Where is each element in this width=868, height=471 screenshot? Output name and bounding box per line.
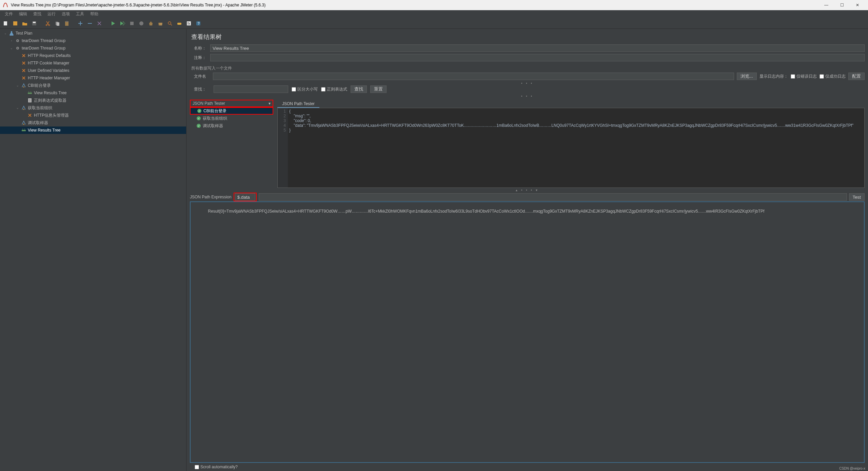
tree-node-label: tearDown Thread Group — [22, 38, 65, 43]
toolbar-open-icon[interactable] — [21, 20, 28, 27]
tree-expander-icon[interactable]: ⌄ — [3, 32, 7, 35]
svg-rect-7 — [57, 22, 59, 26]
response-body-text: { "msg": "", "code": 0, "data": "Tmv9jaW… — [288, 108, 864, 188]
toolbar-search-icon[interactable] — [166, 20, 174, 27]
tree-node[interactable]: 正则表达式提取器 — [0, 97, 186, 104]
filename-input[interactable] — [213, 73, 734, 80]
window-minimize-button[interactable]: — — [818, 0, 834, 10]
toolbar-start-icon[interactable] — [109, 20, 117, 27]
toolbar-expand-icon[interactable] — [77, 20, 84, 27]
tree-node[interactable]: HTTP Request Defaults — [0, 52, 186, 59]
tree-node[interactable]: ⌄CBI前台登录 — [0, 82, 186, 89]
toolbar-clear-icon[interactable] — [147, 20, 155, 27]
toolbar-toggle-icon[interactable] — [96, 20, 103, 27]
divider-icon: • • • — [190, 94, 865, 98]
success-icon: ✓ — [197, 116, 201, 120]
sample-label: 调试取样器 — [203, 123, 223, 129]
tree-node[interactable]: HTTP Cookie Manager — [0, 59, 186, 67]
tree-node-icon — [27, 98, 33, 103]
toolbar-shutdown-icon[interactable] — [138, 20, 145, 27]
json-path-expr-extra-input[interactable] — [259, 193, 847, 201]
panel-title: 查看结果树 — [190, 31, 865, 44]
tree-node-label: Test Plan — [16, 31, 32, 36]
json-path-expr-input[interactable] — [235, 193, 255, 201]
tree-node[interactable]: HTTP Header Manager — [0, 74, 186, 82]
toolbar-searchreset-icon[interactable] — [176, 20, 183, 27]
tab-json-path-tester[interactable]: JSON Path Tester — [277, 100, 319, 108]
toolbar-save-icon[interactable] — [31, 20, 38, 27]
find-input[interactable] — [214, 85, 288, 93]
watermark-text: CSDN @veipro-x — [839, 467, 865, 470]
name-input[interactable] — [210, 44, 865, 52]
response-code-area[interactable]: 12345 { "msg": "", "code": 0, "data": "T… — [277, 108, 865, 188]
toolbar-paste-icon[interactable] — [63, 20, 71, 27]
tree-node[interactable]: ⌄Test Plan — [0, 30, 186, 37]
tree-node-label: View Results Tree — [34, 91, 67, 95]
chevron-down-icon: ▾ — [269, 101, 271, 106]
toolbar-stop-icon[interactable] — [128, 20, 136, 27]
menu-edit[interactable]: 编辑 — [16, 11, 30, 18]
success-only-checkbox[interactable]: 仅成功日志 — [820, 74, 846, 79]
tree-node[interactable]: View Results Tree — [0, 89, 186, 97]
tree-node[interactable]: ›tearDown Thread Group — [0, 37, 186, 44]
tree-expander-icon[interactable]: ⌄ — [9, 46, 14, 50]
svg-point-11 — [139, 21, 143, 25]
regex-checkbox[interactable]: 正则表达式 — [321, 86, 347, 92]
toolbar-new-icon[interactable] — [2, 20, 9, 27]
errors-only-checkbox[interactable]: 仅错误日志 — [791, 74, 817, 79]
tree-node-icon — [21, 60, 26, 66]
find-button[interactable]: 查找 — [351, 85, 367, 93]
svg-rect-13 — [177, 23, 181, 25]
toolbar-function-icon[interactable]: fx — [185, 20, 193, 27]
comment-label: 注释： — [190, 55, 210, 61]
tree-node-icon — [21, 120, 26, 125]
scroll-auto-checkbox[interactable]: Scroll automatically? — [195, 465, 238, 469]
window-title: View Results Tree.jmx (D:\Program Files\… — [11, 3, 818, 7]
svg-rect-3 — [33, 22, 36, 23]
toolbar-cut-icon[interactable] — [44, 20, 52, 27]
code-gutter: 12345 — [278, 108, 288, 188]
json-path-result-box[interactable]: Result[0]=Tmv9jaWNASb3FPFQJSeiw/siALxas4… — [190, 201, 865, 463]
toolbar-help-icon[interactable]: ? — [195, 20, 202, 27]
toolbar-collapse-icon[interactable] — [86, 20, 94, 27]
case-sensitive-checkbox[interactable]: 区分大小写 — [292, 86, 318, 92]
tree-node[interactable]: HTTP信息头管理器 — [0, 112, 186, 119]
tree-expander-icon[interactable]: ⌄ — [16, 84, 20, 87]
tree-expander-icon[interactable]: ⌄ — [16, 106, 20, 110]
test-plan-tree[interactable]: ⌄Test Plan›tearDown Thread Group⌄tearDow… — [0, 29, 186, 471]
window-maximize-button[interactable]: ☐ — [834, 0, 850, 10]
menu-file[interactable]: 文件 — [2, 11, 16, 18]
tree-node-label: 正则表达式提取器 — [34, 98, 66, 103]
toolbar-clearall-icon[interactable] — [157, 20, 164, 27]
sample-result-row[interactable]: ✓CBI前台登录 — [190, 107, 273, 115]
toolbar-start-notimers-icon[interactable] — [119, 20, 126, 27]
menu-run[interactable]: 运行 — [45, 11, 58, 18]
reset-button[interactable]: 重置 — [370, 85, 387, 93]
tree-node-label: 获取当前组织 — [28, 105, 52, 111]
tree-node[interactable]: View Results Tree — [0, 126, 186, 134]
renderer-dropdown[interactable]: JSON Path Tester ▾ — [190, 100, 273, 107]
tree-node[interactable]: ⌄tearDown Thread Group — [0, 44, 186, 52]
toolbar-copy-icon[interactable] — [54, 20, 61, 27]
toolbar-templates-icon[interactable] — [12, 20, 19, 27]
browse-button[interactable]: 浏览... — [737, 73, 757, 80]
test-button[interactable]: Test — [849, 193, 865, 201]
window-close-button[interactable]: ✕ — [850, 0, 865, 10]
menu-tools[interactable]: 工具 — [73, 11, 87, 18]
comment-input[interactable] — [210, 54, 865, 61]
sample-result-row[interactable]: ✓调试取样器 — [190, 122, 273, 130]
menu-options[interactable]: 选项 — [59, 11, 73, 18]
configure-button[interactable]: 配置 — [848, 73, 865, 80]
tree-expander-icon[interactable]: › — [9, 39, 14, 42]
split-handle-icon[interactable]: ▴ • • • ▾ — [190, 188, 865, 193]
menu-help[interactable]: 帮助 — [87, 11, 101, 18]
tree-node[interactable]: User Defined Variables — [0, 67, 186, 74]
sample-results-list[interactable]: ✓CBI前台登录✓获取当前组织✓调试取样器 — [190, 107, 273, 130]
os-titlebar: View Results Tree.jmx (D:\Program Files\… — [0, 0, 868, 10]
menu-search[interactable]: 查找 — [31, 11, 44, 18]
tree-node[interactable]: 调试取样器 — [0, 119, 186, 126]
tree-node[interactable]: ⌄获取当前组织 — [0, 104, 186, 112]
svg-point-19 — [17, 40, 18, 41]
sample-result-row[interactable]: ✓获取当前组织 — [190, 115, 273, 122]
svg-rect-22 — [23, 86, 24, 87]
